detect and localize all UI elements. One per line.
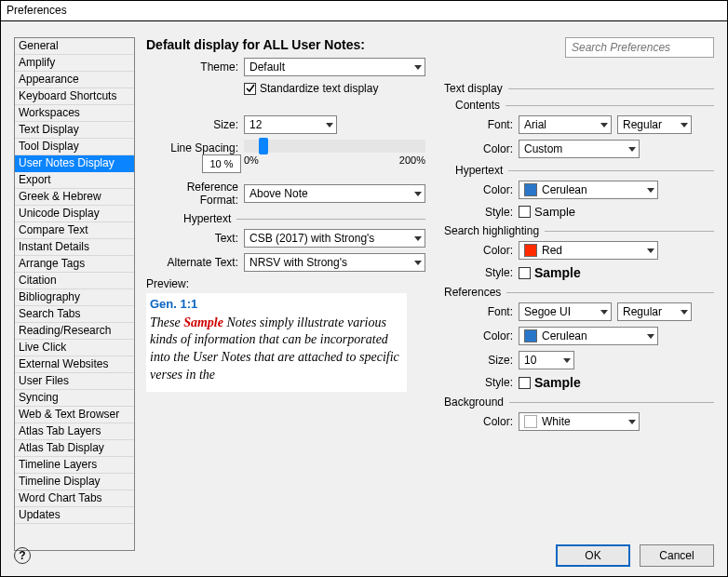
contents-font-select[interactable]: Arial: [519, 115, 612, 134]
sidebar-item[interactable]: Text Display: [15, 122, 134, 139]
sidebar-item[interactable]: Unicode Display: [15, 206, 134, 222]
slider-max-label: 200%: [399, 154, 425, 166]
chevron-down-icon: [647, 248, 654, 253]
hypertext-color-select[interactable]: Cerulean: [519, 181, 658, 199]
sidebar-item[interactable]: Live Click: [15, 340, 134, 356]
svg-marker-2: [414, 192, 422, 196]
svg-marker-10: [600, 310, 608, 315]
ref-style-sample: Sample: [534, 375, 581, 390]
sidebar-item[interactable]: Atlas Tab Layers: [15, 423, 134, 440]
alt-text-label: Alternate Text:: [146, 256, 244, 269]
ref-color-label: Color:: [444, 329, 519, 342]
contents-fontstyle-select[interactable]: Regular: [617, 115, 692, 134]
size-label: Size:: [146, 118, 244, 131]
svg-marker-7: [628, 147, 636, 152]
sidebar-item[interactable]: Bibliography: [15, 289, 134, 306]
contents-font-label: Font:: [444, 118, 519, 131]
search-color-select[interactable]: Red: [519, 241, 658, 260]
chevron-down-icon: [414, 261, 422, 265]
sidebar-item[interactable]: Workspaces: [15, 105, 134, 122]
standardize-checkbox[interactable]: [244, 83, 256, 95]
color-swatch: [524, 415, 537, 428]
ref-size-label: Size:: [444, 354, 519, 367]
searchhighlight-group-label: Search highlighting: [444, 224, 539, 237]
preferences-panel: Default display for ALL User Notes: Them…: [146, 37, 714, 551]
text-select[interactable]: CSB (2017) with Strong's: [244, 229, 425, 248]
search-style-sample: Sample: [534, 265, 581, 280]
sidebar-item[interactable]: Citation: [15, 273, 134, 289]
sidebar-item[interactable]: Arrange Tags: [15, 256, 134, 273]
sidebar-item[interactable]: Word Chart Tabs: [15, 490, 134, 507]
sidebar-item[interactable]: Updates: [15, 507, 134, 524]
svg-marker-8: [647, 188, 654, 193]
hypertext-style-label: Style:: [444, 206, 519, 219]
svg-marker-11: [681, 310, 688, 315]
svg-marker-0: [414, 65, 422, 70]
chevron-down-icon: [647, 188, 654, 193]
search-color-label: Color:: [444, 244, 519, 257]
sidebar-item[interactable]: Compare Text: [15, 222, 134, 239]
preferences-sidebar: GeneralAmplifyAppearanceKeyboard Shortcu…: [14, 37, 135, 551]
svg-marker-9: [647, 248, 654, 253]
sidebar-item[interactable]: Timeline Display: [15, 474, 134, 490]
sidebar-item[interactable]: Amplify: [15, 55, 134, 72]
sidebar-item[interactable]: Instant Details: [15, 239, 134, 256]
svg-marker-3: [414, 236, 422, 241]
hypertext-style-checkbox[interactable]: [519, 206, 531, 218]
sidebar-item[interactable]: Keyboard Shortcuts: [15, 88, 134, 105]
ref-color-select[interactable]: Cerulean: [519, 327, 658, 345]
preview-verse-ref: Gen. 1:1: [150, 296, 403, 313]
sidebar-item[interactable]: Tool Display: [15, 139, 134, 155]
color-swatch: [524, 183, 537, 196]
background-color-label: Color:: [444, 415, 519, 428]
search-preferences-input[interactable]: [565, 37, 714, 58]
ref-fontstyle-select[interactable]: Regular: [617, 302, 692, 321]
linespacing-value[interactable]: 10 %: [202, 154, 241, 173]
ref-style-checkbox[interactable]: [519, 377, 531, 389]
sidebar-item[interactable]: Syncing: [15, 390, 134, 407]
contents-color-label: Color:: [444, 142, 519, 155]
chevron-down-icon: [681, 310, 688, 315]
sidebar-item[interactable]: Reading/Research: [15, 323, 134, 340]
sidebar-item[interactable]: Export: [15, 172, 134, 189]
chevron-down-icon: [647, 334, 654, 339]
window-title: Preferences: [1, 1, 727, 21]
contents-color-select[interactable]: Custom: [519, 140, 640, 158]
chevron-down-icon: [600, 310, 608, 315]
search-style-label: Style:: [444, 266, 519, 279]
sidebar-item[interactable]: Timeline Layers: [15, 457, 134, 474]
ref-size-select[interactable]: 10: [519, 351, 574, 369]
background-color-select[interactable]: White: [519, 412, 640, 431]
sidebar-item[interactable]: Web & Text Browser: [15, 407, 134, 423]
svg-marker-14: [628, 420, 636, 424]
sidebar-item[interactable]: General: [15, 38, 134, 55]
textdisplay-group-label: Text display: [444, 82, 503, 95]
sidebar-item[interactable]: User Files: [15, 373, 134, 390]
sidebar-item[interactable]: External Websites: [15, 356, 134, 373]
search-style-checkbox[interactable]: [519, 267, 531, 279]
sidebar-item[interactable]: User Notes Display: [15, 155, 134, 172]
chevron-down-icon: [628, 147, 636, 152]
chevron-down-icon: [414, 192, 422, 196]
theme-select[interactable]: Default: [244, 58, 425, 76]
alt-text-select[interactable]: NRSV with Strong's: [244, 253, 425, 272]
ref-font-select[interactable]: Segoe UI: [519, 302, 612, 321]
references-group-label: References: [444, 286, 501, 299]
size-select[interactable]: 12: [244, 115, 337, 134]
linespacing-slider[interactable]: [244, 140, 425, 153]
sidebar-item[interactable]: Search Tabs: [15, 306, 134, 323]
color-swatch: [524, 244, 537, 257]
hypertext-color-label: Color:: [444, 183, 519, 196]
text-label: Text:: [146, 232, 244, 245]
ok-button[interactable]: OK: [556, 544, 630, 567]
help-icon[interactable]: ?: [14, 547, 31, 564]
refformat-select[interactable]: Above Note: [244, 184, 425, 203]
contents-group-label: Contents: [455, 99, 500, 112]
svg-marker-4: [414, 261, 422, 265]
cancel-button[interactable]: Cancel: [640, 544, 714, 567]
sidebar-item[interactable]: Appearance: [15, 72, 134, 88]
sidebar-item[interactable]: Greek & Hebrew: [15, 189, 134, 206]
sidebar-item[interactable]: Atlas Tab Display: [15, 440, 134, 457]
slider-thumb[interactable]: [259, 138, 268, 154]
preview-box: Gen. 1:1 These Sample Notes simply illus…: [146, 293, 407, 392]
